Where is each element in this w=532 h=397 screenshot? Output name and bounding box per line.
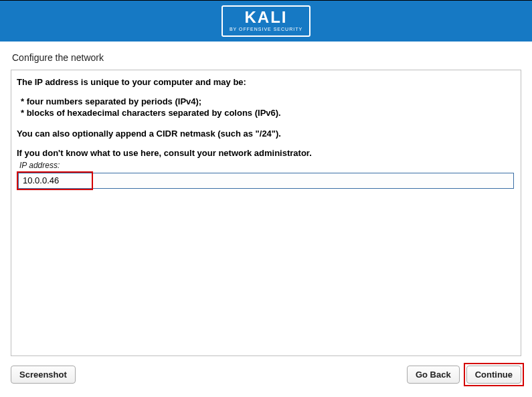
intro-text: The IP address is unique to your compute… bbox=[17, 77, 515, 87]
continue-button[interactable]: Continue bbox=[466, 366, 521, 384]
content-frame: The IP address is unique to your compute… bbox=[11, 70, 521, 356]
go-back-button[interactable]: Go Back bbox=[407, 366, 460, 384]
kali-logo: KALI BY OFFENSIVE SECURITY bbox=[221, 5, 311, 37]
logo-subtitle: BY OFFENSIVE SECURITY bbox=[230, 27, 302, 31]
page-title: Configure the network bbox=[0, 42, 532, 70]
bullet-ipv4: * four numbers separated by periods (IPv… bbox=[21, 96, 515, 108]
header-banner: KALI BY OFFENSIVE SECURITY bbox=[0, 0, 532, 42]
ip-address-input[interactable] bbox=[18, 173, 514, 189]
ip-address-label: IP address: bbox=[19, 161, 515, 170]
cidr-text: You can also optionally append a CIDR ne… bbox=[17, 129, 515, 139]
logo-text: KALI bbox=[230, 9, 302, 25]
bullet-ipv6: * blocks of hexadecimal characters separ… bbox=[21, 108, 515, 119]
footer-bar: Screenshot Go Back Continue bbox=[0, 356, 532, 384]
screenshot-button[interactable]: Screenshot bbox=[11, 366, 76, 384]
consult-text: If you don't know what to use here, cons… bbox=[17, 148, 515, 158]
